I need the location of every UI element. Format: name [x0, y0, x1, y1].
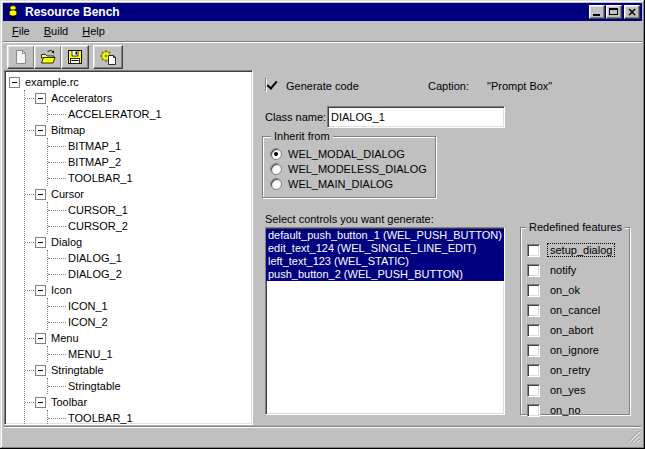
tree-node[interactable]: CURSOR_2	[48, 218, 250, 234]
tree-expander-icon[interactable]	[35, 365, 46, 376]
tree-node[interactable]: TOOLBAR_1	[48, 410, 250, 425]
radio-option[interactable]: WEL_MODELESS_DIALOG	[263, 161, 435, 176]
feature-option[interactable]: on_retry	[521, 360, 629, 380]
minimize-button[interactable]	[589, 5, 605, 19]
feature-option-label: notify	[548, 264, 578, 276]
feature-option-label: on_ok	[548, 284, 582, 296]
tree-node[interactable]: ICON_1	[48, 298, 250, 314]
tree-expander-icon[interactable]	[35, 189, 46, 200]
tree-node[interactable]: DIALOG_2	[48, 266, 250, 282]
new-button[interactable]	[7, 45, 35, 69]
generate-button[interactable]	[93, 45, 123, 69]
menu-item-file[interactable]: File	[5, 23, 37, 39]
radio-button-icon[interactable]	[270, 178, 282, 190]
radio-button-icon[interactable]	[270, 163, 282, 175]
menu-item-help[interactable]: Help	[75, 23, 112, 39]
listbox-item[interactable]: left_text_123 (WEL_STATIC)	[266, 255, 504, 268]
resource-tree[interactable]: example.rcAcceleratorsACCELERATOR_1Bitma…	[4, 70, 253, 425]
feature-option[interactable]: on_yes	[521, 380, 629, 400]
maximize-icon	[609, 8, 618, 15]
redefined-features-group: Redefined features setup_dialognotifyon_…	[520, 227, 630, 415]
radio-option-label: WEL_MODELESS_DIALOG	[288, 163, 427, 175]
checkbox-icon[interactable]	[527, 404, 540, 417]
open-button[interactable]	[34, 45, 62, 69]
feature-option-label: on_yes	[548, 384, 587, 396]
menu-item-build[interactable]: Build	[37, 23, 75, 39]
tree-expander-icon[interactable]	[35, 333, 46, 344]
checkbox-icon[interactable]	[527, 324, 540, 337]
feature-option[interactable]: on_ok	[521, 280, 629, 300]
checkbox-icon[interactable]	[527, 364, 540, 377]
tree-node[interactable]: Accelerators	[25, 90, 250, 106]
tree-node[interactable]: Menu	[25, 330, 250, 346]
title-bar[interactable]: Resource Bench ×	[3, 3, 642, 21]
resize-grip-icon[interactable]	[627, 430, 640, 443]
tree-node[interactable]: BITMAP_1	[48, 138, 250, 154]
save-button[interactable]	[61, 45, 89, 69]
tree-node[interactable]: ACCELERATOR_1	[48, 106, 250, 122]
tree-node[interactable]: TOOLBAR_1	[48, 170, 250, 186]
radio-button-icon[interactable]	[270, 148, 282, 160]
checkbox-icon[interactable]	[527, 304, 540, 317]
controls-label: Select controls you want generate:	[265, 213, 434, 225]
tree-expander-icon[interactable]	[35, 237, 46, 248]
tree-node[interactable]: Cursor	[25, 186, 250, 202]
tree-node[interactable]: Stringtable	[25, 362, 250, 378]
feature-option[interactable]: notify	[521, 260, 629, 280]
tree-node[interactable]: DIALOG_1	[48, 250, 250, 266]
tree-node[interactable]: MENU_1	[48, 346, 250, 362]
close-button[interactable]: ×	[624, 5, 640, 19]
tree-expander-icon[interactable]	[35, 285, 46, 296]
tree-node-label: ICON_2	[68, 316, 108, 328]
listbox-item[interactable]: default_push_button_1 (WEL_PUSH_BUTTON)	[266, 229, 504, 242]
tree-node[interactable]: Stringtable	[48, 378, 250, 394]
tree-node[interactable]: Bitmap	[25, 122, 250, 138]
caption-label: Caption:	[428, 80, 469, 92]
tree-node[interactable]: BITMAP_2	[48, 154, 250, 170]
listbox-item[interactable]: push_button_2 (WEL_PUSH_BUTTON)	[266, 268, 504, 281]
tree-expander-icon[interactable]	[35, 125, 46, 136]
tree-expander-icon[interactable]	[35, 93, 46, 104]
generate-code-checkbox[interactable]	[265, 78, 267, 92]
tree-node[interactable]: Toolbar	[25, 394, 250, 410]
tree-node[interactable]: CURSOR_1	[48, 202, 250, 218]
checkbox-icon[interactable]	[527, 344, 540, 357]
controls-listbox[interactable]: default_push_button_1 (WEL_PUSH_BUTTON)e…	[265, 227, 505, 415]
tree-node[interactable]: ICON_2	[48, 314, 250, 330]
checkbox-icon[interactable]	[527, 384, 540, 397]
checkbox-icon[interactable]	[527, 244, 540, 257]
feature-option[interactable]: on_ignore	[521, 340, 629, 360]
tree-node-label: Icon	[51, 284, 72, 296]
feature-option[interactable]: on_cancel	[521, 300, 629, 320]
inherit-from-group: Inherit from WEL_MODAL_DIALOGWEL_MODELES…	[262, 136, 436, 198]
tree-node[interactable]: Icon	[25, 282, 250, 298]
tree-expander-icon[interactable]	[9, 77, 20, 88]
open-folder-icon	[40, 49, 56, 65]
tree-node-label: TOOLBAR_1	[68, 172, 133, 184]
feature-option[interactable]: on_no	[521, 400, 629, 420]
status-bar	[4, 427, 641, 444]
close-icon: ×	[625, 5, 639, 19]
class-name-input[interactable]	[327, 106, 505, 128]
menu-bar: FileBuildHelp	[3, 21, 642, 40]
checkbox-icon[interactable]	[527, 264, 540, 277]
minimize-icon	[593, 14, 600, 16]
class-name-label: Class name:	[265, 111, 326, 123]
tree-node-label: ACCELERATOR_1	[68, 108, 162, 120]
checkbox-icon[interactable]	[527, 284, 540, 297]
tree-node-label: example.rc	[25, 76, 79, 88]
tree-node-label: CURSOR_2	[68, 220, 128, 232]
tree-node-label: DIALOG_2	[68, 268, 122, 280]
radio-option[interactable]: WEL_MAIN_DIALOG	[263, 176, 435, 191]
feature-option[interactable]: setup_dialog	[521, 240, 629, 260]
tree-node[interactable]: Dialog	[25, 234, 250, 250]
listbox-item[interactable]: edit_text_124 (WEL_SINGLE_LINE_EDIT)	[266, 242, 504, 255]
feature-option[interactable]: on_abort	[521, 320, 629, 340]
tree-node-root[interactable]: example.rc	[9, 74, 250, 90]
radio-option-label: WEL_MODAL_DIALOG	[288, 148, 405, 160]
tree-node-label: CURSOR_1	[68, 204, 128, 216]
tree-expander-icon[interactable]	[35, 397, 46, 408]
tree-node-label: Dialog	[51, 236, 82, 248]
maximize-button[interactable]	[606, 5, 622, 19]
radio-option[interactable]: WEL_MODAL_DIALOG	[263, 146, 435, 161]
